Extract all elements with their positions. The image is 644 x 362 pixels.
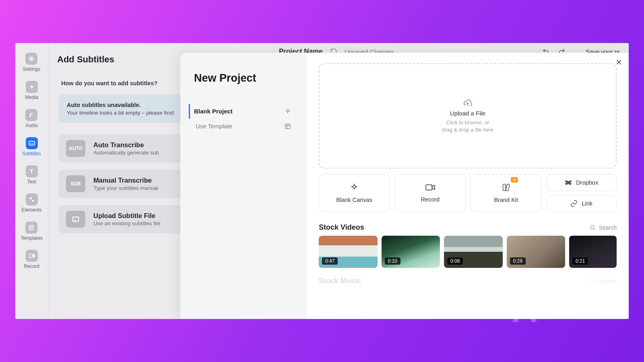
thumb-duration: 0:29 — [510, 257, 526, 265]
rail-label: Templates — [21, 235, 43, 241]
template-icon — [285, 123, 291, 130]
svg-point-1 — [31, 58, 32, 59]
search-stock-videos[interactable]: Search — [590, 224, 617, 231]
rail-item-subtitles[interactable]: Subtitles — [22, 137, 41, 156]
close-icon[interactable]: ✕ — [613, 55, 625, 70]
svg-point-13 — [590, 279, 594, 283]
link-icon — [570, 200, 578, 207]
shapes-icon — [26, 193, 38, 206]
subtitles-icon — [26, 137, 38, 149]
sparkle-icon — [350, 183, 359, 192]
sub-badge-icon: SUB — [66, 175, 85, 192]
search-icon — [590, 224, 596, 230]
upgrade-badge-icon: ✦ — [511, 177, 518, 183]
svg-point-0 — [30, 57, 33, 60]
rail-item-record[interactable]: Record — [24, 250, 39, 269]
dropzone-subtitle: Click to browse, ordrag & drop a file he… — [442, 119, 494, 133]
rail-label: Elements — [21, 207, 41, 213]
rail-item-templates[interactable]: Templates — [21, 222, 43, 241]
search-label: Search — [599, 278, 617, 284]
card-blank-canvas[interactable]: Blank Canvas — [319, 174, 390, 212]
upload-dropzone[interactable]: Upload a File Click to browse, ordrag & … — [319, 63, 617, 169]
text-icon: T — [26, 165, 38, 177]
svg-rect-3 — [29, 197, 31, 200]
search-icon — [590, 278, 596, 284]
svg-rect-11 — [506, 184, 510, 191]
sidebar-rail: Settings Media Audio Subtitles T Text — [15, 43, 48, 319]
modal-left-pane: New Project Blank Project Use Template — [180, 53, 307, 319]
card-record[interactable]: Record — [395, 174, 466, 212]
section-title: Stock Music — [319, 277, 361, 285]
svg-point-12 — [590, 226, 594, 229]
section-title: Stock Videos — [319, 223, 364, 232]
svg-rect-8 — [285, 124, 290, 129]
brandkit-icon — [501, 183, 511, 192]
modal-option-label: Blank Project — [194, 108, 233, 115]
stock-video-thumbs: 0:47 0:10 0:08 0:29 0:21 — [319, 236, 617, 268]
thumb-duration: 0:47 — [322, 257, 338, 265]
svg-rect-7 — [73, 217, 78, 221]
svg-rect-2 — [29, 141, 34, 145]
thumb-duration: 0:08 — [447, 257, 463, 265]
rail-label: Media — [25, 95, 38, 100]
rail-item-text[interactable]: T Text — [26, 165, 38, 185]
rail-label: Subtitles — [22, 151, 41, 156]
option-title: Auto Transcribe — [93, 141, 159, 149]
card-dropbox[interactable]: Dropbox — [547, 174, 617, 191]
svg-rect-6 — [29, 254, 33, 257]
modal-right-pane: ✕ Upload a File Click to browse, ordrag … — [307, 53, 629, 319]
card-label: Link — [582, 200, 592, 207]
app-window: Settings Media Audio Subtitles T Text — [15, 43, 629, 319]
card-label: Dropbox — [576, 179, 598, 186]
modal-option-use-template[interactable]: Use Template — [194, 119, 293, 134]
music-icon — [25, 109, 37, 121]
modal-option-label: Use Template — [196, 123, 232, 130]
search-stock-music[interactable]: Search — [590, 278, 617, 284]
stock-video-thumb[interactable]: 0:29 — [507, 236, 566, 268]
plus-icon — [26, 81, 38, 93]
svg-rect-9 — [426, 185, 432, 190]
svg-rect-5 — [29, 226, 34, 230]
modal-title: New Project — [194, 72, 293, 84]
source-cards-row: Blank Canvas Record ✦ Brand Kit — [319, 174, 617, 212]
rail-item-settings[interactable]: Settings — [23, 53, 40, 72]
stock-video-thumb[interactable]: 0:10 — [382, 236, 440, 268]
option-subtitle: Automatically generate sub — [93, 150, 159, 156]
rail-label: Record — [24, 263, 39, 269]
rail-label: Settings — [23, 66, 40, 72]
sparkle-icon — [285, 108, 291, 115]
card-label: Record — [421, 196, 440, 203]
search-label: Search — [599, 224, 617, 231]
auto-badge-icon: AUTO — [66, 140, 85, 157]
rail-item-audio[interactable]: Audio — [25, 109, 38, 128]
rail-item-elements[interactable]: Elements — [21, 193, 41, 213]
upload-file-icon — [66, 211, 85, 228]
settings-icon — [25, 53, 37, 65]
dropbox-icon — [565, 179, 572, 186]
card-label: Brand Kit — [494, 197, 518, 203]
thumb-duration: 0:21 — [572, 257, 588, 265]
rail-label: Audio — [25, 123, 38, 128]
stock-videos-header: Stock Videos Search — [319, 223, 617, 232]
stock-video-thumb[interactable]: 0:08 — [444, 236, 503, 268]
card-label: Blank Canvas — [336, 197, 372, 203]
svg-rect-10 — [503, 184, 506, 191]
card-brand-kit[interactable]: ✦ Brand Kit — [471, 174, 542, 212]
stock-video-thumb[interactable]: 0:21 — [569, 236, 617, 268]
option-title: Manual Transcribe — [93, 177, 158, 184]
thumb-duration: 0:10 — [385, 257, 400, 265]
template-icon — [25, 222, 37, 234]
option-subtitle: Type your subtitles manual — [93, 185, 158, 191]
new-project-modal: New Project Blank Project Use Template ✕ — [180, 53, 629, 319]
cloud-upload-icon — [462, 99, 473, 107]
option-title: Upload Subtitle File — [93, 212, 161, 220]
stock-video-thumb[interactable]: 0:47 — [319, 236, 378, 268]
option-subtitle: Use an existing subtitles file — [93, 220, 161, 226]
card-link[interactable]: Link — [547, 195, 617, 212]
svg-point-4 — [32, 200, 34, 202]
record-icon — [26, 250, 38, 262]
modal-option-blank-project[interactable]: Blank Project — [189, 104, 293, 119]
rail-item-media[interactable]: Media — [25, 81, 38, 100]
dropzone-title: Upload a File — [450, 110, 485, 117]
rail-label: Text — [27, 179, 36, 185]
